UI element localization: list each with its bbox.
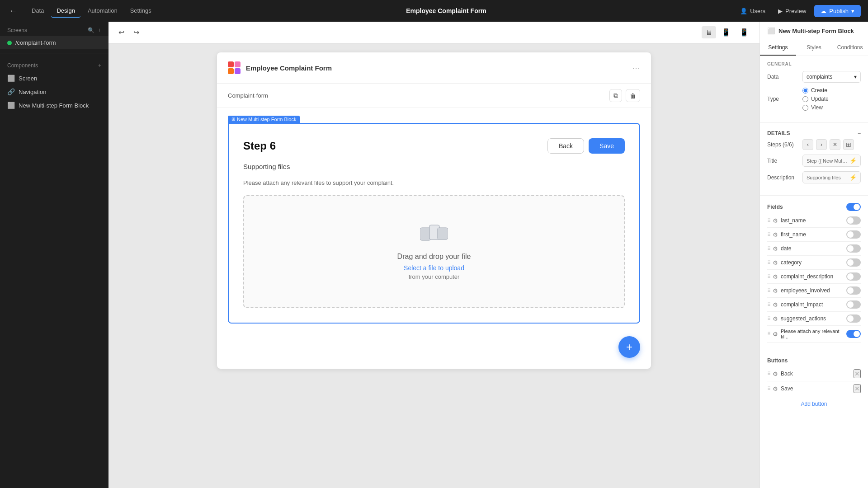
- type-options: Create Update View: [802, 87, 861, 111]
- mobile-view-button[interactable]: 📱: [736, 26, 752, 38]
- redo-button[interactable]: ↪: [131, 26, 142, 38]
- field-toggle-first-name[interactable]: [846, 230, 861, 239]
- publish-chevron-icon: ▾: [851, 8, 854, 14]
- field-gear-icon[interactable]: ⚙: [773, 259, 778, 266]
- svg-rect-0: [420, 228, 430, 240]
- drag-icon[interactable]: ⠿: [767, 316, 771, 322]
- drag-icon[interactable]: ⠿: [767, 371, 771, 377]
- preview-button[interactable]: ▶ Preview: [774, 5, 811, 17]
- field-gear-icon[interactable]: ⚙: [773, 301, 778, 308]
- details-section-title: DETAILS −: [767, 130, 861, 136]
- title-lightning-icon[interactable]: ⚡: [849, 157, 857, 164]
- field-gear-icon[interactable]: ⚙: [773, 315, 778, 322]
- sidebar-item-complaint-form[interactable]: /complaint-form: [0, 36, 108, 49]
- field-toggle-category[interactable]: [846, 258, 861, 267]
- desktop-view-button[interactable]: 🖥: [702, 26, 716, 38]
- field-toggle-attach[interactable]: [846, 330, 861, 338]
- desc-field[interactable]: Supporting files ⚡: [802, 171, 861, 183]
- drag-icon[interactable]: ⠿: [767, 260, 771, 266]
- panel-divider-1: [760, 122, 868, 123]
- step-back-button[interactable]: Back: [547, 138, 584, 154]
- delete-button[interactable]: 🗑: [626, 89, 640, 102]
- field-toggle-employees[interactable]: [846, 286, 861, 295]
- nav-data[interactable]: Data: [26, 5, 49, 18]
- steps-next-button[interactable]: ›: [816, 139, 827, 150]
- field-toggle-complaint-desc[interactable]: [846, 272, 861, 281]
- drag-icon[interactable]: ⠿: [767, 302, 771, 308]
- type-row: Type Create Update View: [767, 87, 861, 111]
- sidebar-item-screen[interactable]: ⬜ Screen: [0, 71, 108, 85]
- tab-styles[interactable]: Styles: [796, 40, 832, 56]
- canvas-content: Employee Complaint Form ⋯ Complaint-form…: [108, 43, 760, 488]
- step-save-button[interactable]: Save: [589, 138, 625, 154]
- step-description: Please attach any relevant files to supp…: [243, 179, 625, 186]
- steps-add-button[interactable]: ⊞: [843, 139, 854, 150]
- canvas-toolbar: ↩ ↪ 🖥 📱 📱: [108, 22, 760, 43]
- tablet-view-button[interactable]: 📱: [718, 26, 734, 38]
- field-gear-icon[interactable]: ⚙: [773, 273, 778, 280]
- add-screen-icon[interactable]: +: [98, 27, 101, 33]
- nav-design[interactable]: Design: [51, 5, 80, 18]
- field-toggle-suggested[interactable]: [846, 314, 861, 323]
- add-component-icon[interactable]: +: [98, 62, 101, 69]
- field-toggle-last-name[interactable]: [846, 216, 861, 225]
- desc-row: Description Supporting files ⚡: [767, 171, 861, 183]
- drag-icon[interactable]: ⠿: [767, 218, 771, 224]
- form-header-dots-icon[interactable]: ⋯: [632, 63, 640, 73]
- users-button[interactable]: 👤 Users: [736, 5, 770, 17]
- undo-button[interactable]: ↩: [116, 26, 127, 38]
- tab-conditions[interactable]: Conditions: [832, 40, 868, 56]
- field-gear-icon[interactable]: ⚙: [773, 287, 778, 294]
- navigation-icon: 🔗: [7, 88, 15, 95]
- fields-section-header: Fields: [767, 203, 861, 211]
- fields-toggle[interactable]: [846, 203, 861, 211]
- nav-settings[interactable]: Settings: [125, 5, 157, 18]
- general-section-title: GENERAL: [767, 61, 861, 66]
- back-nav-button[interactable]: ←: [7, 5, 19, 18]
- btn-gear-icon[interactable]: ⚙: [773, 385, 778, 392]
- select-file-link[interactable]: Select a file to upload: [404, 264, 464, 272]
- block-label-container: ⊞ New Multi-step Form Block: [217, 115, 651, 123]
- drag-icon[interactable]: ⠿: [767, 331, 771, 337]
- steps-prev-button[interactable]: ‹: [802, 139, 813, 150]
- drag-icon[interactable]: ⠿: [767, 386, 771, 392]
- right-panel: ⬜ New Multi-step Form Block Settings Sty…: [760, 22, 868, 488]
- file-dropzone[interactable]: Drag and drop your file Select a file to…: [243, 195, 625, 308]
- field-gear-icon[interactable]: ⚙: [773, 331, 778, 338]
- sidebar-item-multistep[interactable]: ⬜ New Multi-step Form Block: [0, 99, 108, 112]
- remove-save-button[interactable]: ✕: [854, 384, 861, 393]
- form-breadcrumb: Complaint-form: [228, 92, 268, 99]
- steps-close-button[interactable]: ✕: [830, 139, 840, 150]
- field-gear-icon[interactable]: ⚙: [773, 217, 778, 224]
- drag-icon[interactable]: ⠿: [767, 274, 771, 280]
- drag-icon[interactable]: ⠿: [767, 246, 771, 252]
- details-collapse-icon[interactable]: −: [858, 130, 861, 136]
- sidebar-item-navigation[interactable]: 🔗 Navigation: [0, 85, 108, 99]
- duplicate-button[interactable]: ⧉: [609, 89, 622, 102]
- remove-back-button[interactable]: ✕: [854, 369, 861, 378]
- tab-settings[interactable]: Settings: [760, 40, 796, 56]
- title-label: Title: [767, 158, 799, 164]
- field-gear-icon[interactable]: ⚙: [773, 245, 778, 252]
- field-toggle-date[interactable]: [846, 244, 861, 253]
- add-button-row: Add button: [767, 396, 861, 412]
- desc-lightning-icon[interactable]: ⚡: [849, 174, 857, 181]
- type-view[interactable]: View: [802, 104, 861, 111]
- type-update[interactable]: Update: [802, 96, 861, 102]
- publish-button[interactable]: ☁ Publish ▾: [814, 5, 861, 17]
- form-preview: Employee Complaint Form ⋯ Complaint-form…: [217, 52, 651, 369]
- nav-automation[interactable]: Automation: [82, 5, 123, 18]
- field-row-suggested-actions: ⠿ ⚙ suggested_actions: [767, 312, 861, 326]
- drag-icon[interactable]: ⠿: [767, 232, 771, 238]
- fab-add-button[interactable]: +: [618, 336, 640, 358]
- type-create[interactable]: Create: [802, 87, 861, 94]
- data-select[interactable]: complaints ▾: [802, 71, 861, 83]
- btn-gear-icon[interactable]: ⚙: [773, 371, 778, 377]
- title-field[interactable]: Step {{ New Multi-s... ⚡: [802, 155, 861, 167]
- field-gear-icon[interactable]: ⚙: [773, 231, 778, 238]
- add-button-link[interactable]: Add button: [801, 401, 827, 407]
- form-logo: [228, 61, 241, 74]
- field-toggle-impact[interactable]: [846, 300, 861, 309]
- search-icon[interactable]: 🔍: [88, 27, 94, 33]
- drag-icon[interactable]: ⠿: [767, 288, 771, 294]
